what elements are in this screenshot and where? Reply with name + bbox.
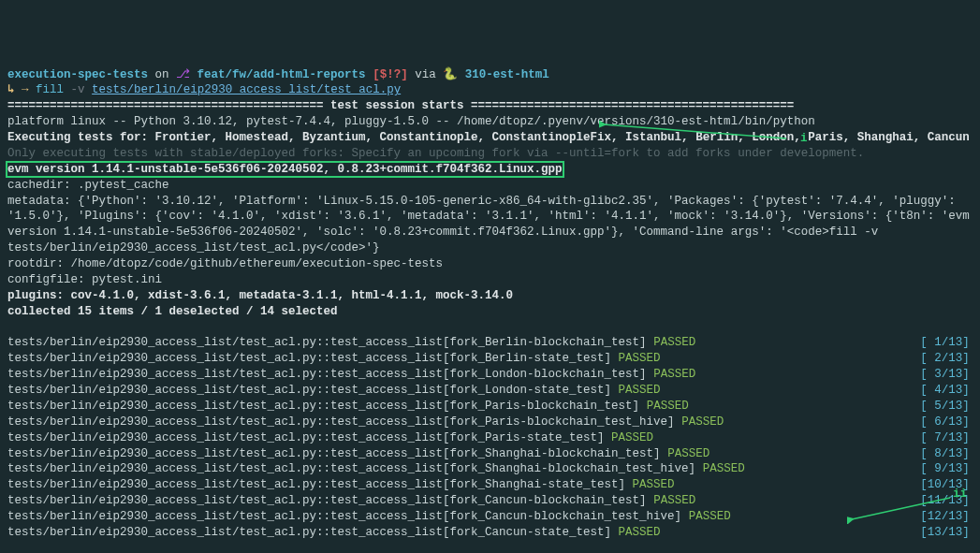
test-row: tests/berlin/eip2930_access_list/test_ac… <box>7 400 970 413</box>
test-status: PASSED <box>611 431 653 444</box>
prompt-arrow-icon: ↳ → <box>7 83 29 96</box>
test-row: tests/berlin/eip2930_access_list/test_ac… <box>7 494 970 507</box>
test-row: tests/berlin/eip2930_access_list/test_ac… <box>7 336 970 349</box>
test-status: PASSED <box>681 415 724 429</box>
branch-name: feat/fw/add-html-reports <box>197 68 366 81</box>
test-status: PASSED <box>703 462 745 475</box>
test-counter: [ 9/13] <box>920 462 970 475</box>
configfile-line: configfile: pytest.ini <box>7 273 162 286</box>
terminal-output: execution-spec-tests on ⎇ feat/fw/add-ht… <box>7 67 973 554</box>
test-name: tests/berlin/eip2930_access_list/test_ac… <box>7 336 653 349</box>
session-header: ========================================… <box>7 99 794 112</box>
test-status: PASSED <box>647 400 689 413</box>
test-counter: [ 7/13] <box>920 431 970 444</box>
test-counter: [ 1/13] <box>920 336 970 349</box>
prompt-line: execution-spec-tests on ⎇ feat/fw/add-ht… <box>7 68 549 81</box>
annotation-arrow-i <box>599 120 805 148</box>
prompt-via: via <box>415 68 436 81</box>
test-row: tests/berlin/eip2930_access_list/test_ac… <box>7 462 970 475</box>
test-counter: [ 6/13] <box>920 415 970 429</box>
test-counter: [ 5/13] <box>920 400 970 413</box>
rootdir-line: rootdir: /home/dtopz/code/github/ethereu… <box>7 257 443 270</box>
test-name: tests/berlin/eip2930_access_list/test_ac… <box>7 462 703 475</box>
annotation-label-i: i <box>800 131 808 147</box>
python-icon: 🐍 <box>443 68 458 81</box>
only-executing-line: Only executing tests with stable/deploye… <box>7 147 864 160</box>
test-name: tests/berlin/eip2930_access_list/test_ac… <box>7 368 653 381</box>
command-arg[interactable]: tests/berlin/eip2930_access_list/test_ac… <box>92 83 401 96</box>
prompt-on: on <box>155 68 169 81</box>
test-status: PASSED <box>653 336 695 349</box>
test-row: tests/berlin/eip2930_access_list/test_ac… <box>7 447 970 460</box>
plugins-line: plugins: cov-4.1.0, xdist-3.6.1, metadat… <box>7 289 513 302</box>
test-row: tests/berlin/eip2930_access_list/test_ac… <box>7 415 970 429</box>
test-name: tests/berlin/eip2930_access_list/test_ac… <box>7 478 633 491</box>
executing-tests-line: Executing tests for: Frontier, Homestead… <box>7 130 972 146</box>
test-results-block: tests/berlin/eip2930_access_list/test_ac… <box>7 335 973 553</box>
git-status: [$!?] <box>373 68 408 81</box>
env-name: 310-est-html <box>465 68 549 81</box>
test-status: PASSED <box>619 352 661 365</box>
test-name: tests/berlin/eip2930_access_list/test_ac… <box>7 384 619 397</box>
collected-line: collected 15 items / 1 deselected / 14 s… <box>7 305 338 318</box>
test-name: tests/berlin/eip2930_access_list/test_ac… <box>7 510 689 523</box>
branch-icon: ⎇ <box>176 68 190 81</box>
annotation-arrow-ii <box>847 496 959 524</box>
metadata-line: metadata: {'Python': '3.10.12', 'Platfor… <box>7 194 972 257</box>
test-name: tests/berlin/eip2930_access_list/test_ac… <box>7 526 619 539</box>
svg-line-1 <box>852 498 950 519</box>
test-status: PASSED <box>619 526 661 539</box>
test-status: PASSED <box>689 510 731 523</box>
test-row: tests/berlin/eip2930_access_list/test_ac… <box>7 478 970 491</box>
evm-version-line: evm version 1.14.1-unstable-5e536f06-202… <box>7 163 563 176</box>
test-name: tests/berlin/eip2930_access_list/test_ac… <box>7 447 667 460</box>
test-status: PASSED <box>619 384 661 397</box>
svg-line-0 <box>604 124 786 138</box>
annotation-label-ii: ii <box>953 487 967 502</box>
repo-name: execution-spec-tests <box>7 68 148 81</box>
cachedir-line: cachedir: .pytest_cache <box>7 179 169 192</box>
test-counter: [ 8/13] <box>920 447 970 460</box>
test-name: tests/berlin/eip2930_access_list/test_ac… <box>7 431 611 444</box>
test-row: tests/berlin/eip2930_access_list/test_ac… <box>7 368 970 381</box>
test-counter: [13/13] <box>920 526 970 539</box>
test-status: PASSED <box>653 368 695 381</box>
test-row: tests/berlin/eip2930_access_list/test_ac… <box>7 510 970 523</box>
test-counter: [ 4/13] <box>920 384 970 397</box>
command-flag: -v <box>71 83 85 96</box>
test-status: PASSED <box>653 494 695 507</box>
test-name: tests/berlin/eip2930_access_list/test_ac… <box>7 352 619 365</box>
test-row: tests/berlin/eip2930_access_list/test_ac… <box>7 431 970 444</box>
test-counter: [ 3/13] <box>920 368 970 381</box>
test-name: tests/berlin/eip2930_access_list/test_ac… <box>7 400 647 413</box>
command-line: ↳ → fill -v tests/berlin/eip2930_access_… <box>7 83 401 96</box>
test-counter: [ 2/13] <box>920 352 970 365</box>
test-row: tests/berlin/eip2930_access_list/test_ac… <box>7 526 970 539</box>
test-row: tests/berlin/eip2930_access_list/test_ac… <box>7 352 970 365</box>
test-name: tests/berlin/eip2930_access_list/test_ac… <box>7 494 653 507</box>
test-row: tests/berlin/eip2930_access_list/test_ac… <box>7 384 970 397</box>
test-status: PASSED <box>633 478 675 491</box>
test-status: PASSED <box>667 447 709 460</box>
test-name: tests/berlin/eip2930_access_list/test_ac… <box>7 415 681 429</box>
command-name: fill <box>36 83 64 96</box>
